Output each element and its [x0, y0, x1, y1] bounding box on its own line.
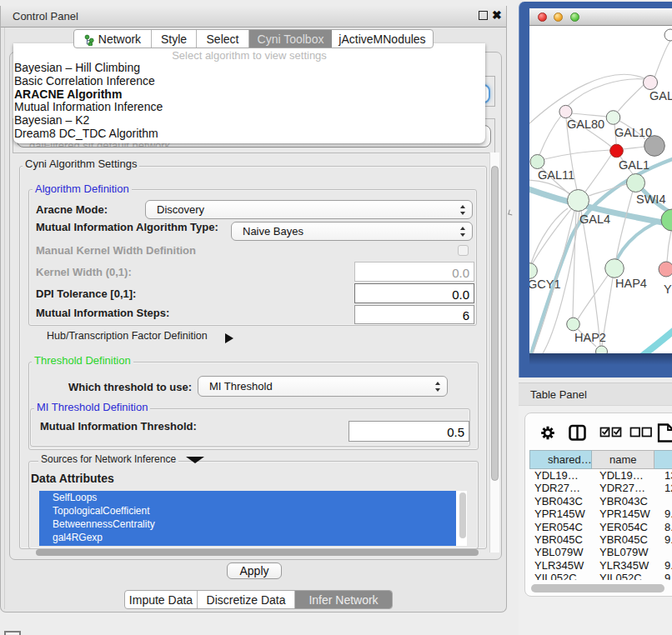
svg-text:HAP2: HAP2 — [574, 331, 606, 344]
svg-text:GAL: GAL — [649, 89, 672, 102]
svg-text:GAL1: GAL1 — [619, 158, 649, 172]
svg-text:GAL10: GAL10 — [614, 126, 652, 139]
svg-text:GAL80: GAL80 — [567, 118, 604, 131]
svg-text:Y: Y — [664, 282, 672, 296]
svg-text:GCY1: GCY1 — [529, 278, 561, 291]
svg-text:HAP4: HAP4 — [615, 277, 647, 290]
svg-text:GAL11: GAL11 — [538, 168, 574, 182]
svg-text:GAL4: GAL4 — [579, 212, 610, 226]
svg-text:SWI4: SWI4 — [636, 192, 665, 206]
